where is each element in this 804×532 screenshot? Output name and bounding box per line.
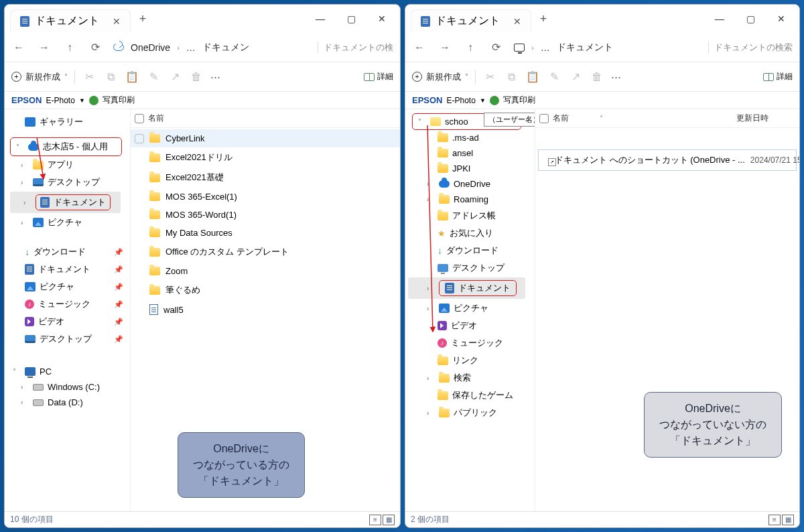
back-button[interactable]: ← — [412, 42, 427, 54]
sidebar-onedrive-personal[interactable]: ˅志木店5 - 個人用 — [10, 137, 122, 156]
sidebar-public[interactable]: ›パブリック — [408, 404, 535, 421]
close-tab-icon[interactable]: ✕ — [513, 16, 521, 27]
sidebar-downloads[interactable]: ↓ダウンロード📌 — [7, 243, 130, 261]
sidebar-ddrive[interactable]: ›Data (D:) — [7, 395, 130, 410]
up-button[interactable]: ↑ — [463, 42, 478, 54]
cut-icon[interactable]: ✂ — [82, 70, 96, 83]
sidebar-apps[interactable]: ›アプリ — [7, 156, 130, 174]
sidebar-pictures[interactable]: ›ピクチャ — [408, 300, 535, 317]
sidebar-documents[interactable]: ›ドキュメント — [408, 277, 525, 299]
maximize-button[interactable]: ▢ — [336, 6, 366, 31]
up-button[interactable]: ↑ — [62, 42, 77, 54]
select-all-checkbox[interactable] — [135, 114, 144, 123]
file-row[interactable]: My Data Sources — [131, 224, 400, 242]
share-icon[interactable]: ↗ — [568, 70, 583, 83]
tab[interactable]: ドキュメント ✕ — [10, 9, 131, 32]
view-icons-button[interactable]: ▦ — [383, 515, 395, 525]
back-button[interactable]: ← — [11, 42, 26, 54]
new-button[interactable]: +新規作成˅ — [412, 71, 468, 83]
sidebar-downloads[interactable]: ↓ダウンロード — [408, 242, 535, 259]
sidebar-pictures-2[interactable]: ピクチャ📌 — [7, 278, 130, 295]
details-toggle[interactable]: 詳細 — [763, 71, 793, 82]
sidebar-jpki[interactable]: JPKI — [408, 161, 535, 176]
sidebar-music[interactable]: ♪ミュージック — [408, 334, 535, 352]
crumb-leaf[interactable]: ドキュメント — [557, 42, 613, 54]
sidebar-ansel[interactable]: ansel — [408, 145, 535, 161]
maximize-button[interactable]: ▢ — [735, 6, 766, 31]
file-row[interactable]: MOS 365-Excel(1) — [131, 188, 400, 206]
copy-icon[interactable]: ⧉ — [103, 71, 118, 83]
sidebar-video[interactable]: ビデオ — [408, 317, 535, 334]
view-icons-button[interactable]: ▦ — [782, 515, 794, 525]
sidebar-roaming[interactable]: ›Roaming — [408, 192, 535, 207]
new-button[interactable]: +新規作成˅ — [11, 71, 68, 83]
more-button[interactable]: ⋯ — [210, 71, 221, 83]
close-button[interactable]: ✕ — [366, 6, 397, 31]
sidebar-onedrive[interactable]: ›OneDrive — [408, 176, 535, 192]
more-button[interactable]: ⋯ — [611, 71, 622, 83]
new-tab-button[interactable]: + — [531, 12, 555, 26]
breadcrumb[interactable]: OneDrive › … ドキュメン — [113, 42, 307, 54]
share-icon[interactable]: ↗ — [168, 70, 182, 83]
sidebar-documents[interactable]: ›ドキュメント — [10, 192, 121, 213]
file-row[interactable]: Zoom — [131, 262, 400, 280]
file-row[interactable]: Office のカスタム テンプレート — [131, 242, 400, 262]
crumb-leaf[interactable]: ドキュメン — [202, 42, 249, 54]
epson-app[interactable]: E-Photo — [447, 96, 476, 105]
sidebar-links[interactable]: リンク — [408, 352, 535, 369]
new-tab-button[interactable]: + — [131, 12, 155, 26]
paste-icon[interactable]: 📋 — [525, 70, 540, 83]
sidebar-music[interactable]: ♪ミュージック📌 — [7, 295, 130, 313]
search-input[interactable]: ドキュメントの検索 — [708, 42, 793, 54]
refresh-button[interactable]: ⟳ — [88, 41, 103, 54]
view-details-button[interactable]: ≡ — [768, 515, 781, 525]
sidebar-documents-2[interactable]: ドキュメント📌 — [7, 261, 130, 278]
file-row[interactable]: MOS 365-Word(1) — [131, 206, 400, 224]
crumb-root[interactable]: OneDrive — [131, 42, 170, 53]
sidebar-video[interactable]: ビデオ📌 — [7, 313, 130, 330]
file-row[interactable]: Excel2021ドリル — [131, 147, 400, 168]
sidebar-saved-games[interactable]: 保存したゲーム — [408, 387, 535, 404]
minimize-button[interactable]: — — [305, 6, 336, 31]
close-tab-icon[interactable]: ✕ — [113, 16, 121, 27]
sidebar-favorites[interactable]: ★お気に入り — [408, 224, 535, 242]
sidebar-desktop[interactable]: ›デスクトップ — [7, 174, 130, 191]
rename-icon[interactable]: ✎ — [146, 70, 161, 83]
file-row[interactable]: Excel2021基礎 — [131, 168, 400, 188]
sidebar-gallery[interactable]: ギャラリー — [7, 113, 130, 131]
col-name[interactable]: 名前 — [553, 113, 569, 124]
select-all-checkbox[interactable] — [539, 114, 549, 123]
row-checkbox[interactable] — [135, 134, 144, 143]
sidebar-msad[interactable]: .ms-ad — [408, 130, 535, 145]
search-input[interactable]: ドキュメントの検 — [318, 42, 393, 54]
sidebar-desktop-2[interactable]: デスクトップ📌 — [7, 330, 130, 348]
sidebar-search[interactable]: ›検索 — [408, 369, 535, 387]
copy-icon[interactable]: ⧉ — [504, 71, 519, 83]
col-date[interactable]: 更新日時 — [736, 113, 768, 124]
rename-icon[interactable]: ✎ — [547, 70, 561, 83]
sidebar-user-folder[interactable]: ˅schoo（ユーザー名） — [412, 113, 521, 130]
details-toggle[interactable]: 詳細 — [364, 71, 393, 82]
tab[interactable]: ドキュメント ✕ — [411, 9, 531, 32]
file-row[interactable]: CyberLink — [131, 129, 400, 147]
crumb-ellipsis[interactable]: … — [541, 42, 550, 53]
file-row[interactable]: wall5 — [131, 300, 400, 319]
sidebar-desktop[interactable]: デスクトップ — [408, 259, 535, 277]
col-name[interactable]: 名前 — [148, 113, 164, 124]
forward-button[interactable]: → — [438, 42, 452, 54]
sidebar-pc[interactable]: ˅PC — [7, 364, 130, 379]
minimize-button[interactable]: — — [704, 6, 735, 31]
crumb-ellipsis[interactable]: … — [186, 42, 196, 53]
epson-app[interactable]: E-Photo — [46, 96, 75, 105]
refresh-button[interactable]: ⟳ — [488, 41, 503, 54]
close-button[interactable]: ✕ — [766, 6, 797, 31]
epson-print[interactable]: 写真印刷 — [503, 94, 535, 106]
file-row[interactable]: 筆ぐるめ — [131, 280, 400, 300]
delete-icon[interactable]: 🗑 — [590, 71, 604, 83]
breadcrumb[interactable]: › … ドキュメント — [514, 42, 697, 54]
forward-button[interactable]: → — [37, 42, 52, 54]
paste-icon[interactable]: 📋 — [125, 70, 139, 83]
sidebar-addressbook[interactable]: アドレス帳 — [408, 207, 535, 224]
sidebar-pictures[interactable]: ›ピクチャ — [7, 214, 130, 231]
file-row[interactable]: ドキュメント へのショートカット (OneDrive - ... 2024/07… — [538, 149, 797, 171]
